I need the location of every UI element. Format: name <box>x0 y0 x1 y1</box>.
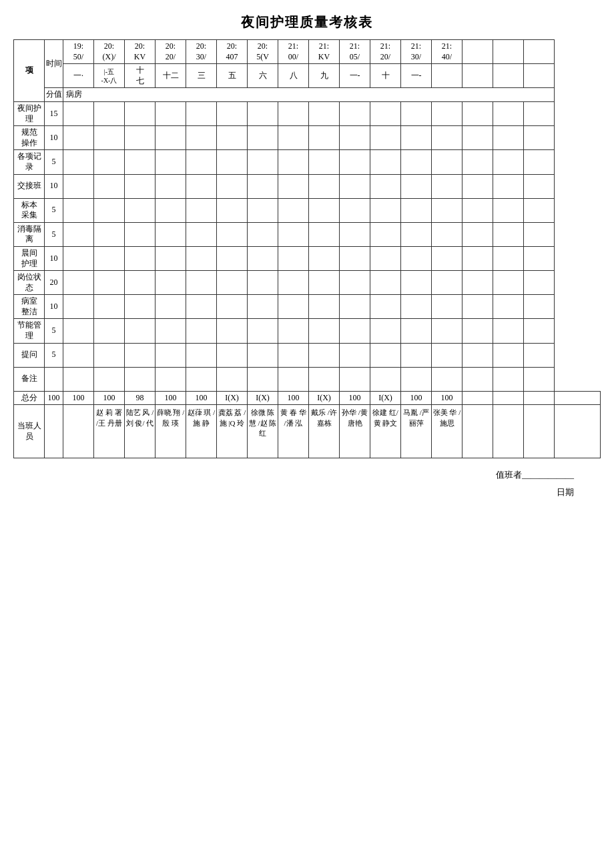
row-score-0: 15 <box>45 101 63 125</box>
room-15 <box>493 64 524 88</box>
time-h-5: 20:30/ <box>186 40 217 64</box>
cell-3-1 <box>94 174 125 198</box>
score-header: 分值 <box>45 88 63 102</box>
staff-val-16 <box>555 405 601 458</box>
cell-5-14 <box>493 222 524 246</box>
cell-5-13 <box>463 222 493 246</box>
cell-3-8 <box>309 174 340 198</box>
room-13 <box>432 64 463 88</box>
cell-1-2 <box>125 126 156 150</box>
cell-7-5 <box>217 271 248 295</box>
cell-10-2 <box>125 343 156 367</box>
cell-9-15 <box>524 319 555 343</box>
cell-7-10 <box>370 271 401 295</box>
row-label-8: 病室 整洁 <box>14 295 45 319</box>
cell-3-14 <box>493 174 524 198</box>
cell-2-11 <box>401 150 432 174</box>
total-val-5: I(X) <box>217 391 248 405</box>
time-h-8: 21:00/ <box>278 40 309 64</box>
cell-8-13 <box>463 295 493 319</box>
cell-8-0 <box>63 295 94 319</box>
time-h-1: 19:50/ <box>63 40 94 64</box>
staff-val-10: 徐建 红/ 黄 静文 <box>370 405 401 458</box>
cell-3-13 <box>463 174 493 198</box>
cell-7-7 <box>278 271 309 295</box>
cell-10-9 <box>340 343 370 367</box>
cell-1-11 <box>401 126 432 150</box>
cell-6-0 <box>63 246 94 270</box>
cell-2-9 <box>340 150 370 174</box>
cell-6-6 <box>248 246 278 270</box>
cell-1-9 <box>340 126 370 150</box>
cell-10-13 <box>463 343 493 367</box>
cell-10-12 <box>432 343 463 367</box>
cell-11-13 <box>463 367 493 391</box>
cell-4-13 <box>463 198 493 222</box>
cell-9-10 <box>370 319 401 343</box>
cell-3-9 <box>340 174 370 198</box>
room-header-room: 病房 <box>63 88 555 102</box>
cell-0-6 <box>248 101 278 125</box>
staff-val-9: 孙华 /黄 唐艳 <box>340 405 370 458</box>
cell-11-11 <box>401 367 432 391</box>
cell-9-6 <box>248 319 278 343</box>
cell-5-9 <box>340 222 370 246</box>
cell-0-14 <box>493 101 524 125</box>
date-label: 日期 <box>557 487 574 497</box>
cell-3-12 <box>432 174 463 198</box>
time-h-10: 21:05/ <box>340 40 370 64</box>
cell-11-7 <box>278 367 309 391</box>
cell-0-5 <box>217 101 248 125</box>
row-label-3: 交接班 <box>14 174 45 198</box>
cell-7-4 <box>186 271 217 295</box>
cell-7-2 <box>125 271 156 295</box>
cell-9-7 <box>278 319 309 343</box>
cell-1-15 <box>524 126 555 150</box>
cell-8-7 <box>278 295 309 319</box>
cell-10-15 <box>524 343 555 367</box>
cell-1-8 <box>309 126 340 150</box>
total-val-10: I(X) <box>370 391 401 405</box>
cell-4-1 <box>94 198 125 222</box>
cell-4-11 <box>401 198 432 222</box>
room-7: 六 <box>248 64 278 88</box>
cell-4-15 <box>524 198 555 222</box>
cell-7-12 <box>432 271 463 295</box>
cell-4-0 <box>63 198 94 222</box>
cell-10-11 <box>401 343 432 367</box>
cell-5-15 <box>524 222 555 246</box>
row-score-2: 5 <box>45 150 63 174</box>
cell-4-12 <box>432 198 463 222</box>
date-line: 日期 <box>13 484 574 501</box>
cell-6-9 <box>340 246 370 270</box>
cell-0-4 <box>186 101 217 125</box>
cell-9-5 <box>217 319 248 343</box>
total-val-14 <box>493 391 524 405</box>
cell-11-1 <box>94 367 125 391</box>
staff-val-4: 赵葎 琪 /施 静 <box>186 405 217 458</box>
row-score-6: 10 <box>45 246 63 270</box>
staff-val-2: 陆艺 风 /刘 俊/ 代 <box>125 405 156 458</box>
room-4: 十二 <box>156 64 186 88</box>
cell-1-4 <box>186 126 217 150</box>
cell-8-8 <box>309 295 340 319</box>
row-label-10: 提问 <box>14 343 45 367</box>
room-5: 三 <box>186 64 217 88</box>
cell-1-5 <box>217 126 248 150</box>
cell-11-10 <box>370 367 401 391</box>
cell-1-12 <box>432 126 463 150</box>
main-table: 项 时间 19:50/ 20:(X)/ 20:KV 20:20/ 20:30/ … <box>13 39 601 458</box>
cell-10-7 <box>278 343 309 367</box>
cell-6-2 <box>125 246 156 270</box>
staff-val-1: 赵 莉 署 /王 丹册 <box>94 405 125 458</box>
cell-2-2 <box>125 150 156 174</box>
cell-7-14 <box>493 271 524 295</box>
cell-5-6 <box>248 222 278 246</box>
cell-4-7 <box>278 198 309 222</box>
cell-11-4 <box>186 367 217 391</box>
cell-2-15 <box>524 150 555 174</box>
cell-11-8 <box>309 367 340 391</box>
room-6: 五 <box>217 64 248 88</box>
footer: 值班者____________ 日期 <box>13 466 601 501</box>
cell-2-13 <box>463 150 493 174</box>
